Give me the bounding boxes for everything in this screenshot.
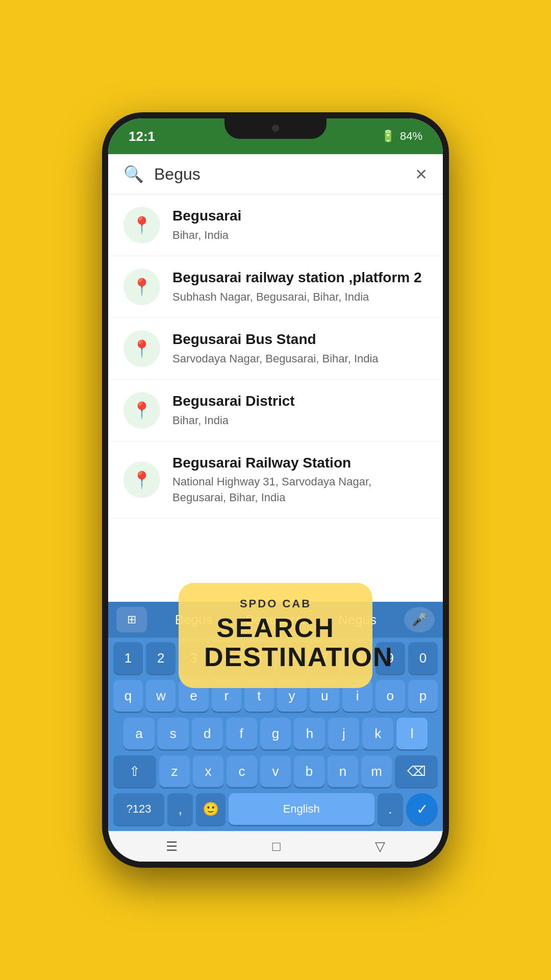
location-pin-2: 📍: [132, 277, 152, 297]
key-n[interactable]: n: [328, 755, 358, 787]
result-title-5: Begusarai Railway Station: [172, 454, 428, 472]
battery-text: 84%: [400, 130, 422, 143]
result-title-1: Begusarai: [172, 207, 428, 225]
result-subtitle-1: Bihar, India: [172, 228, 428, 243]
key-q[interactable]: q: [113, 680, 143, 712]
backspace-key[interactable]: ⌫: [395, 755, 438, 787]
result-title-4: Begusarai District: [172, 392, 428, 410]
keyboard-grid-button[interactable]: ⊞: [116, 607, 147, 632]
emoji-icon: 🙂: [203, 801, 219, 817]
search-bar[interactable]: 🔍 Begus ✕: [108, 154, 443, 194]
bottom-row: ?123 , 🙂 English . ✓: [108, 789, 443, 831]
location-pin-3: 📍: [132, 339, 152, 358]
result-title-2: Begusarai railway station ,platform 2: [172, 268, 428, 287]
space-key[interactable]: English: [229, 793, 374, 825]
mic-icon: 🎤: [412, 612, 427, 627]
search-input[interactable]: Begus: [154, 165, 405, 184]
status-time: 12:1: [129, 129, 155, 144]
shift-icon: ⇧: [129, 764, 140, 779]
backspace-icon: ⌫: [407, 764, 426, 779]
nav-menu-icon[interactable]: ☰: [166, 839, 178, 854]
location-icon-wrap-1: 📍: [123, 207, 160, 243]
key-a[interactable]: a: [123, 718, 155, 749]
result-subtitle-2: Subhash Nagar, Begusarai, Bihar, India: [172, 289, 428, 305]
key-h[interactable]: h: [294, 718, 325, 749]
location-icon-wrap-5: 📍: [123, 461, 160, 498]
num-switch-key[interactable]: ?123: [113, 793, 164, 825]
mic-button[interactable]: 🎤: [404, 607, 435, 632]
result-text-1: Begusarai Bihar, India: [172, 207, 428, 243]
nav-back-icon[interactable]: ▽: [375, 839, 385, 854]
status-bar: 12:1 🔋 84%: [108, 118, 443, 154]
location-icon-wrap-3: 📍: [123, 330, 160, 367]
key-g[interactable]: g: [260, 718, 291, 749]
clear-icon[interactable]: ✕: [415, 165, 428, 183]
key-m[interactable]: m: [361, 755, 392, 787]
key-k[interactable]: k: [362, 718, 393, 749]
key-x[interactable]: x: [193, 755, 223, 787]
result-subtitle-4: Bihar, India: [172, 413, 428, 429]
search-icon: 🔍: [123, 164, 144, 184]
key-2[interactable]: 2: [146, 642, 176, 674]
status-right: 🔋 84%: [381, 130, 422, 143]
result-title-3: Begusarai Bus Stand: [172, 330, 428, 349]
result-item-3[interactable]: 📍 Begusarai Bus Stand Sarvodaya Nagar, B…: [108, 318, 443, 380]
notch: [224, 118, 327, 139]
key-c[interactable]: c: [227, 755, 257, 787]
key-s[interactable]: s: [158, 718, 189, 749]
key-b[interactable]: b: [294, 755, 324, 787]
shift-key[interactable]: ⇧: [113, 755, 156, 787]
key-p[interactable]: p: [408, 680, 438, 712]
zxcv-row: ⇧ z x c v b n m ⌫: [108, 751, 443, 789]
phone-frame: 12:1 🔋 84% 🔍 Begus ✕ 📍 Begusarai Bihar, …: [102, 112, 449, 868]
key-1[interactable]: 1: [113, 642, 143, 674]
watermark-overlay: SPDO CAB SEARCHDESTINATION: [179, 583, 372, 688]
result-item-1[interactable]: 📍 Begusarai Bihar, India: [108, 194, 443, 256]
asdf-row: a s d f g h j k l: [108, 714, 443, 751]
key-o[interactable]: o: [375, 680, 405, 712]
period-key[interactable]: .: [378, 793, 403, 825]
phone-inner: 12:1 🔋 84% 🔍 Begus ✕ 📍 Begusarai Bihar, …: [108, 118, 443, 862]
result-subtitle-3: Sarvodaya Nagar, Begusarai, Bihar, India: [172, 351, 428, 367]
watermark-title: SEARCHDESTINATION: [204, 614, 347, 672]
key-j[interactable]: j: [328, 718, 359, 749]
result-item-5[interactable]: 📍 Begusarai Railway Station National Hig…: [108, 442, 443, 519]
camera-dot: [272, 125, 279, 132]
result-subtitle-5: National Highway 31, Sarvodaya Nagar, Be…: [172, 474, 428, 506]
battery-icon: 🔋: [381, 130, 395, 143]
key-z[interactable]: z: [159, 755, 190, 787]
key-v[interactable]: v: [260, 755, 291, 787]
result-item-2[interactable]: 📍 Begusarai railway station ,platform 2 …: [108, 256, 443, 318]
location-pin-1: 📍: [132, 215, 152, 235]
key-l[interactable]: l: [396, 718, 428, 749]
location-pin-4: 📍: [132, 401, 152, 420]
comma-key[interactable]: ,: [167, 793, 193, 825]
result-text-5: Begusarai Railway Station National Highw…: [172, 454, 428, 506]
key-d[interactable]: d: [192, 718, 223, 749]
location-icon-wrap-2: 📍: [123, 268, 160, 305]
result-text-3: Begusarai Bus Stand Sarvodaya Nagar, Beg…: [172, 330, 428, 366]
result-text-4: Begusarai District Bihar, India: [172, 392, 428, 428]
result-text-2: Begusarai railway station ,platform 2 Su…: [172, 268, 428, 305]
enter-key[interactable]: ✓: [406, 793, 438, 825]
grid-icon: ⊞: [127, 613, 136, 626]
results-list: 📍 Begusarai Bihar, India 📍 Begusarai rai…: [108, 194, 443, 602]
location-icon-wrap-4: 📍: [123, 392, 160, 429]
result-item-4[interactable]: 📍 Begusarai District Bihar, India: [108, 380, 443, 442]
location-pin-5: 📍: [132, 470, 152, 489]
key-0[interactable]: 0: [408, 642, 438, 674]
bottom-nav: ☰ □ ▽: [108, 831, 443, 862]
key-w[interactable]: w: [146, 680, 176, 712]
checkmark-icon: ✓: [416, 801, 428, 818]
emoji-key[interactable]: 🙂: [196, 793, 225, 825]
watermark-brand: SPDO CAB: [204, 597, 347, 610]
nav-home-icon[interactable]: □: [272, 839, 281, 854]
key-f[interactable]: f: [226, 718, 257, 749]
